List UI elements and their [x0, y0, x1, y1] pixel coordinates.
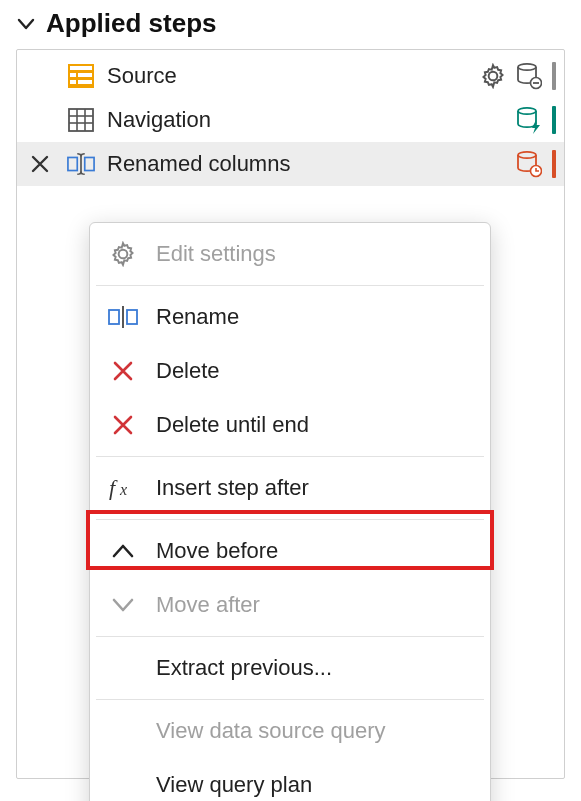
menu-label: Delete [156, 358, 220, 384]
menu-insert-step-after[interactable]: f x Insert step after [90, 461, 490, 515]
svg-rect-16 [68, 157, 77, 170]
step-row-navigation[interactable]: Navigation [17, 98, 564, 142]
menu-label: Move after [156, 592, 260, 618]
applied-steps-list: Source [16, 49, 565, 779]
menu-label: Extract previous... [156, 655, 332, 681]
rename-columns-icon [67, 151, 95, 177]
svg-rect-6 [78, 80, 92, 84]
menu-label: Edit settings [156, 241, 276, 267]
step-label: Navigation [107, 107, 504, 133]
svg-rect-3 [70, 73, 76, 77]
status-bar-icon [552, 106, 556, 134]
menu-separator [96, 456, 484, 457]
database-clock-icon [516, 150, 542, 178]
status-bar-icon [552, 150, 556, 178]
delete-icon [108, 360, 138, 382]
menu-edit-settings: Edit settings [90, 227, 490, 281]
svg-rect-2 [70, 66, 92, 70]
svg-rect-22 [127, 310, 137, 324]
menu-label: Move before [156, 538, 278, 564]
step-row-renamed-columns[interactable]: Renamed columns [17, 142, 564, 186]
delete-icon [108, 414, 138, 436]
svg-rect-4 [78, 73, 92, 77]
menu-move-after: Move after [90, 578, 490, 632]
menu-separator [96, 285, 484, 286]
database-minus-icon [516, 62, 542, 90]
status-bar-icon [552, 62, 556, 90]
delete-step-button[interactable] [25, 153, 55, 175]
step-context-menu: Edit settings Rename Delete [89, 222, 491, 801]
panel-title: Applied steps [46, 8, 216, 39]
menu-separator [96, 636, 484, 637]
step-label: Source [107, 63, 468, 89]
menu-label: View query plan [156, 772, 312, 798]
chevron-down-icon [108, 596, 138, 614]
menu-separator [96, 699, 484, 700]
step-label: Renamed columns [107, 151, 504, 177]
chevron-up-icon [108, 542, 138, 560]
svg-rect-5 [70, 80, 76, 84]
menu-separator [96, 519, 484, 520]
svg-rect-17 [85, 157, 94, 170]
panel-header[interactable]: Applied steps [16, 4, 565, 49]
table-icon [67, 108, 95, 132]
rename-icon [108, 306, 138, 328]
svg-rect-21 [109, 310, 119, 324]
gear-icon [108, 241, 138, 267]
menu-delete[interactable]: Delete [90, 344, 490, 398]
svg-text:x: x [119, 481, 127, 498]
svg-point-15 [518, 108, 536, 114]
menu-label: Insert step after [156, 475, 309, 501]
menu-extract-previous[interactable]: Extract previous... [90, 641, 490, 695]
menu-move-before[interactable]: Move before [90, 524, 490, 578]
menu-view-query-plan[interactable]: View query plan [90, 758, 490, 801]
svg-rect-10 [69, 109, 93, 131]
database-bolt-icon [516, 106, 542, 134]
svg-text:f: f [109, 476, 118, 500]
menu-label: View data source query [156, 718, 386, 744]
svg-point-19 [518, 152, 536, 158]
collapse-icon [16, 14, 36, 34]
menu-view-data-source-query: View data source query [90, 704, 490, 758]
applied-steps-panel: Applied steps Source [0, 0, 581, 787]
gear-icon[interactable] [480, 63, 506, 89]
svg-point-7 [518, 64, 536, 70]
menu-delete-until-end[interactable]: Delete until end [90, 398, 490, 452]
menu-rename[interactable]: Rename [90, 290, 490, 344]
step-row-source[interactable]: Source [17, 54, 564, 98]
table-source-icon [67, 64, 95, 88]
fx-icon: f x [108, 476, 138, 500]
menu-label: Rename [156, 304, 239, 330]
menu-label: Delete until end [156, 412, 309, 438]
